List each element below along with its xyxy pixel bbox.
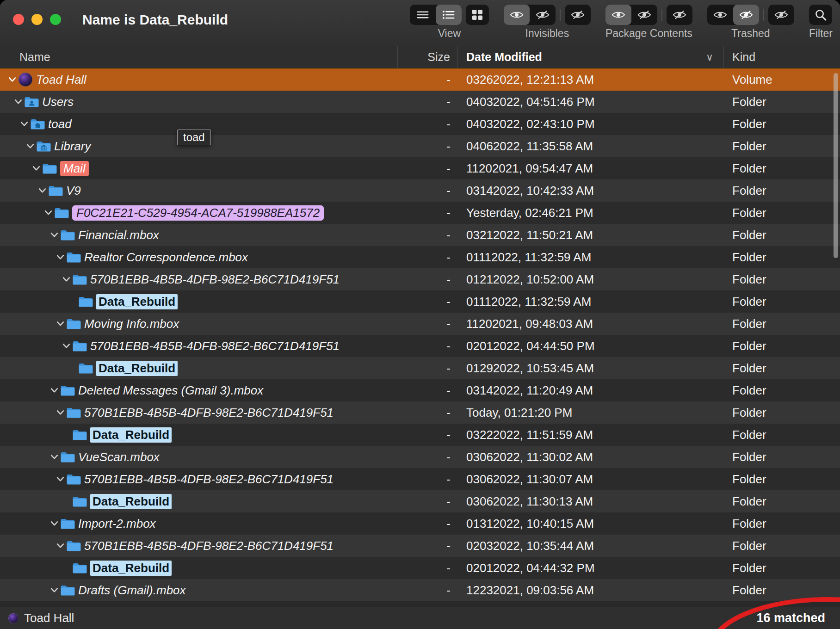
status-bar: Toad Hall 16 matched [0, 607, 840, 629]
file-row[interactable]: 570B1EBB-4B5B-4DFB-98E2-B6C71D419F51 - T… [0, 401, 840, 424]
view-detail-list-button[interactable] [436, 5, 462, 25]
name-cell: Data_Rebuild [0, 427, 398, 443]
kind-cell: Volume [724, 73, 840, 87]
kind-cell: Folder [724, 406, 840, 420]
zoom-button[interactable] [50, 14, 61, 25]
trashed-hide-button[interactable] [733, 5, 759, 25]
size-cell: - [398, 361, 458, 376]
name-cell: V9 [0, 184, 398, 198]
disclosure-chevron-icon[interactable] [6, 77, 18, 82]
view-grid-button[interactable] [466, 5, 489, 25]
status-match-count: 16 matched [756, 611, 832, 625]
file-name: 570B1EBB-4B5B-4DFB-98E2-B6C71D419F51 [84, 406, 334, 420]
file-row[interactable]: Data_Rebuild - 02012022, 04:44:32 PM Fol… [0, 557, 840, 579]
file-row[interactable]: 570B1EBB-4B5B-4DFB-98E2-B6C71D419F51 - 0… [0, 268, 840, 290]
date-modified-cell: 12232021, 09:03:56 AM [458, 583, 724, 598]
disclosure-chevron-icon[interactable] [49, 388, 60, 393]
disclosure-chevron-icon[interactable] [49, 587, 60, 593]
disclosure-chevron-icon[interactable] [55, 476, 66, 482]
indent-spacer [0, 257, 55, 258]
invisibles-show-button[interactable] [504, 5, 530, 25]
disclosure-chevron-icon[interactable] [55, 254, 66, 260]
file-row[interactable]: 570B1EBB-4B5B-4DFB-98E2-B6C71D419F51 - 0… [0, 535, 840, 557]
disclosure-chevron-icon[interactable] [55, 410, 66, 415]
file-row[interactable]: 570B1EBB-4B5B-4DFB-98E2-B6C71D419F51 - 0… [0, 468, 840, 490]
column-headers: Name Size Date Modified ∨ Kind [0, 46, 840, 68]
file-row[interactable]: toad - 04032022, 02:43:10 PM Folder [0, 113, 840, 135]
size-cell: - [398, 295, 458, 309]
file-row[interactable]: Data_Rebuild - 01292022, 10:53:45 AM Fol… [0, 357, 840, 379]
size-cell: - [398, 406, 458, 420]
file-row[interactable]: Financial.mbox - 03212022, 11:50:21 AM F… [0, 224, 840, 246]
filter-button[interactable] [809, 5, 832, 25]
file-row[interactable]: Mail - 11202021, 09:54:47 AM Folder [0, 157, 840, 179]
column-header-name[interactable]: Name [0, 46, 398, 68]
folder-icon [60, 384, 75, 396]
disclosure-chevron-icon[interactable] [37, 188, 48, 193]
file-row[interactable]: Moving Info.mbox - 11202021, 09:48:03 AM… [0, 313, 840, 335]
view-list-button[interactable] [410, 5, 436, 25]
indent-spacer [0, 524, 49, 524]
folder-icon [72, 273, 87, 285]
disclosure-chevron-icon[interactable] [43, 210, 54, 216]
invisibles-only-button[interactable] [565, 5, 591, 25]
file-row[interactable]: Deleted Messages (Gmail 3).mbox - 031420… [0, 379, 840, 401]
disclosure-chevron-icon[interactable] [31, 166, 42, 171]
file-row[interactable]: Library - 04062022, 11:35:58 AM Folder [0, 135, 840, 157]
package-contents-only-button[interactable] [667, 5, 692, 25]
close-button[interactable] [13, 14, 24, 25]
trashed-show-button[interactable] [707, 5, 733, 25]
disclosure-chevron-icon[interactable] [49, 521, 60, 526]
file-row[interactable]: Data_Rebuild - 03222022, 11:51:59 AM Fol… [0, 424, 840, 446]
toolbar: View [410, 5, 833, 40]
file-name: Drafts (Gmail).mbox [78, 583, 186, 598]
disclosure-chevron-icon[interactable] [49, 232, 60, 238]
file-row[interactable]: 570B1EBB-4B5B-4DFB-98E2-B6C71D419F51 - 0… [0, 335, 840, 357]
date-modified-cell: 03262022, 12:21:13 AM [458, 73, 724, 87]
folder-icon [60, 451, 75, 463]
traffic-lights [13, 14, 61, 25]
scrollbar-thumb[interactable] [834, 73, 838, 258]
column-header-date-modified[interactable]: Date Modified ∨ [458, 46, 724, 68]
disclosure-chevron-icon[interactable] [55, 543, 66, 549]
indent-spacer [0, 235, 49, 235]
volume-icon [18, 73, 33, 86]
package-contents-show-button[interactable] [605, 5, 631, 25]
minimize-button[interactable] [31, 14, 43, 25]
eye-slash-icon [570, 10, 585, 20]
trashed-only-button[interactable] [768, 5, 794, 25]
toolbar-group-trashed: Trashed [707, 5, 794, 40]
invisibles-hide-button[interactable] [530, 5, 556, 25]
name-cell: Mail [0, 161, 398, 176]
file-row[interactable]: Toad Hall - 03262022, 12:21:13 AM Volume [0, 68, 840, 91]
file-row[interactable]: VueScan.mbox - 03062022, 11:30:02 AM Fol… [0, 446, 840, 468]
disclosure-chevron-icon[interactable] [49, 454, 60, 460]
file-row[interactable]: Import-2.mbox - 01312022, 10:40:15 AM Fo… [0, 512, 840, 535]
date-modified-cell: 03212022, 11:50:21 AM [458, 228, 724, 242]
file-row[interactable]: V9 - 03142022, 10:42:33 AM Folder [0, 179, 840, 202]
file-row[interactable]: F0C21E21-C529-4954-ACA7-519988EA1572 - Y… [0, 202, 840, 224]
disclosure-chevron-icon[interactable] [61, 277, 72, 282]
file-row[interactable]: Users - 04032022, 04:51:46 PM Folder [0, 91, 840, 113]
date-modified-cell: 02012022, 04:44:32 PM [458, 561, 724, 575]
disclosure-chevron-icon[interactable] [25, 143, 36, 149]
eye-icon [509, 10, 524, 20]
folder-icon [66, 251, 81, 263]
kind-cell: Folder [724, 472, 840, 487]
file-row[interactable]: Realtor Correspondence.mbox - 01112022, … [0, 246, 840, 268]
column-header-kind[interactable]: Kind [724, 46, 840, 68]
file-name: Data_Rebuild [96, 294, 178, 309]
file-row[interactable]: Data_Rebuild - 01112022, 11:32:59 AM Fol… [0, 290, 840, 313]
disclosure-chevron-icon[interactable] [12, 99, 24, 105]
disclosure-chevron-icon[interactable] [55, 321, 66, 327]
kind-cell: Folder [724, 583, 840, 598]
kind-cell: Folder [724, 339, 840, 353]
indent-spacer [0, 302, 67, 302]
column-header-size[interactable]: Size [398, 46, 458, 68]
file-name: Library [54, 139, 91, 154]
package-contents-hide-button[interactable] [631, 5, 657, 25]
file-row[interactable]: Data_Rebuild - 03062022, 11:30:13 AM Fol… [0, 490, 840, 512]
disclosure-chevron-icon[interactable] [19, 121, 30, 127]
disclosure-chevron-icon[interactable] [61, 343, 72, 349]
file-row[interactable]: Drafts (Gmail).mbox - 12232021, 09:03:56… [0, 579, 840, 601]
